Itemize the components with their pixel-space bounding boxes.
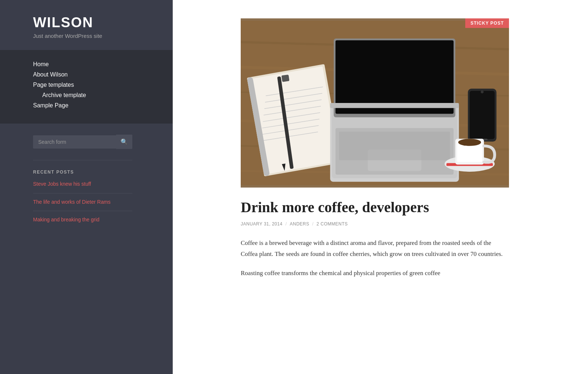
sidebar-header: WILSON Just another WordPress site: [0, 15, 102, 50]
search-icon: 🔍: [121, 139, 128, 145]
sidebar-item-home[interactable]: Home: [33, 61, 173, 68]
svg-rect-20: [282, 75, 290, 82]
post-body: Coffee is a brewed beverage with a disti…: [241, 238, 509, 278]
nav-link-about[interactable]: About Wilson: [33, 71, 68, 78]
svg-rect-25: [339, 132, 450, 160]
post-author[interactable]: ANDERS: [290, 221, 309, 227]
svg-rect-31: [470, 91, 495, 139]
sidebar: WILSON Just another WordPress site Home …: [0, 0, 173, 374]
meta-separator-1: /: [286, 221, 287, 227]
svg-rect-29: [330, 103, 459, 108]
post-hero-image: STICKY POST: [241, 18, 509, 188]
post-date: JANUARY 31, 2014: [241, 221, 283, 227]
meta-separator-2: /: [312, 221, 313, 227]
svg-point-33: [481, 90, 484, 93]
nav-link-sample-page[interactable]: Sample Page: [33, 102, 68, 108]
sidebar-item-page-templates[interactable]: Page templates: [33, 82, 173, 88]
post-comments[interactable]: 2 COMMENTS: [316, 221, 348, 227]
recent-post-link-3[interactable]: Making and breaking the grid: [33, 217, 100, 222]
nav-list: Home About Wilson Page templates Archive…: [33, 61, 173, 109]
sidebar-divider: [33, 160, 132, 160]
sidebar-nav: Home About Wilson Page templates Archive…: [0, 50, 173, 124]
sidebar-search-section: 🔍: [0, 135, 173, 149]
post-meta: JANUARY 31, 2014 / ANDERS / 2 COMMENTS: [241, 221, 509, 227]
site-tagline: Just another WordPress site: [33, 33, 102, 39]
recent-posts-title: RECENT POSTS: [33, 170, 173, 175]
nav-link-archive-template[interactable]: Archive template: [42, 92, 86, 98]
site-title: WILSON: [33, 15, 102, 31]
main-content: STICKY POST Drink more coffee, developer…: [173, 0, 588, 374]
sidebar-item-sample-page[interactable]: Sample Page: [33, 102, 173, 109]
sidebar-item-about[interactable]: About Wilson: [33, 71, 173, 78]
search-button[interactable]: 🔍: [116, 135, 132, 149]
nav-link-home[interactable]: Home: [33, 61, 49, 67]
hero-svg: [241, 18, 509, 188]
list-item[interactable]: The life and works of Dieter Rams: [33, 199, 132, 211]
svg-rect-28: [336, 40, 453, 114]
post-hero: STICKY POST: [241, 18, 509, 188]
recent-posts-section: RECENT POSTS Steve Jobs knew his stuff T…: [0, 170, 173, 234]
list-item[interactable]: Steve Jobs knew his stuff: [33, 181, 132, 193]
recent-post-link-2[interactable]: The life and works of Dieter Rams: [33, 199, 111, 205]
search-form: 🔍: [33, 135, 132, 149]
search-input[interactable]: [33, 135, 116, 149]
sticky-badge: STICKY POST: [465, 18, 509, 28]
nav-link-page-templates[interactable]: Page templates: [33, 82, 74, 88]
post-paragraph-2: Roasting coffee transforms the chemical …: [241, 268, 509, 279]
svg-point-38: [458, 139, 481, 146]
main-inner: STICKY POST Drink more coffee, developer…: [241, 0, 520, 305]
recent-post-link-1[interactable]: Steve Jobs knew his stuff: [33, 181, 91, 187]
sidebar-item-archive-template[interactable]: Archive template: [33, 92, 173, 99]
list-item[interactable]: Making and breaking the grid: [33, 216, 132, 229]
post-paragraph-1: Coffee is a brewed beverage with a disti…: [241, 238, 509, 260]
recent-posts-list: Steve Jobs knew his stuff The life and w…: [33, 181, 173, 229]
post-title: Drink more coffee, developers: [241, 199, 509, 216]
